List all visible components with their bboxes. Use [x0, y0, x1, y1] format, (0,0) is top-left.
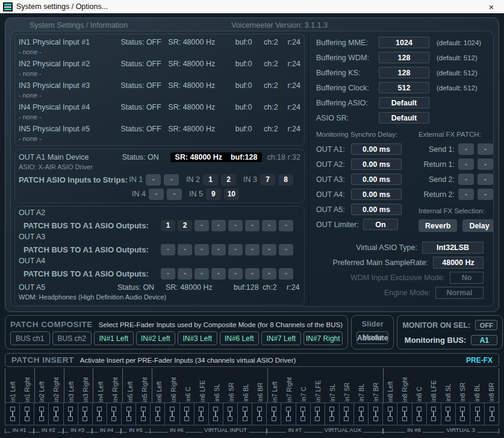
composite-source-button[interactable]: IN#7 Right — [303, 331, 343, 345]
patch-channel-button[interactable]: - — [149, 189, 164, 200]
patch-channel-button[interactable]: - — [194, 244, 209, 255]
insert-toggle[interactable] — [339, 402, 354, 425]
patch-channel-button[interactable]: - — [194, 220, 209, 231]
patch-channel-button[interactable]: - — [245, 244, 260, 255]
asio-option-value[interactable]: Int32LSB — [422, 242, 484, 254]
insert-toggle[interactable] — [48, 402, 63, 425]
composite-source-button[interactable]: BUS ch2 — [52, 331, 92, 345]
patch-channel-button[interactable]: - — [161, 244, 175, 255]
insert-toggle[interactable] — [135, 402, 151, 425]
insert-toggle[interactable] — [107, 402, 122, 425]
pre-fx-button[interactable]: PRE-FX — [466, 356, 493, 364]
insert-toggle[interactable] — [310, 402, 325, 425]
insert-toggle[interactable] — [484, 402, 499, 425]
composite-source-button[interactable]: IN#6 Left — [220, 331, 260, 345]
insert-toggle[interactable] — [470, 402, 485, 425]
insert-toggle[interactable] — [266, 402, 281, 425]
patch-channel-button[interactable]: - — [161, 268, 175, 280]
delay-value[interactable]: 0.00 ms — [351, 174, 402, 185]
patch-channel-button[interactable]: - — [164, 174, 179, 186]
patch-channel-button[interactable]: - — [167, 189, 182, 200]
patch-channel-button[interactable]: - — [262, 268, 276, 280]
buffering-value[interactable]: Default — [379, 112, 429, 124]
patch-channel-button[interactable]: 9 — [206, 189, 221, 200]
patch-channel-button[interactable]: - — [178, 268, 192, 280]
patch-channel-button[interactable]: - — [279, 220, 293, 231]
insert-toggle[interactable] — [296, 402, 311, 425]
patch-channel-button[interactable]: - — [228, 268, 243, 280]
buffering-value[interactable]: Default — [379, 97, 429, 108]
insert-toggle[interactable] — [63, 402, 78, 425]
patch-channel-button[interactable]: 8 — [278, 174, 293, 186]
insert-toggle[interactable] — [208, 402, 223, 425]
monitoring-bus-button[interactable]: A1 — [471, 335, 497, 345]
insert-toggle[interactable] — [397, 402, 412, 425]
patch-channel-button[interactable]: - — [478, 189, 493, 200]
insert-toggle[interactable] — [426, 402, 441, 425]
patch-channel-button[interactable]: 2 — [178, 220, 192, 231]
patch-channel-button[interactable]: 10 — [224, 189, 239, 200]
delay-value[interactable]: 0.00 ms — [351, 204, 402, 215]
buffering-value[interactable]: 128 — [379, 67, 429, 78]
patch-channel-button[interactable]: - — [458, 174, 474, 185]
insert-toggle[interactable] — [194, 402, 209, 425]
insert-toggle[interactable] — [5, 402, 20, 425]
insert-toggle[interactable] — [92, 402, 107, 425]
patch-channel-button[interactable]: - — [228, 244, 243, 255]
patch-channel-button[interactable]: - — [458, 158, 474, 170]
insert-toggle[interactable] — [412, 402, 427, 425]
buffering-value[interactable]: 512 — [379, 82, 429, 93]
composite-source-button[interactable]: IN#2 Left — [136, 331, 176, 345]
insert-toggle[interactable] — [237, 402, 252, 425]
insert-toggle[interactable] — [19, 402, 34, 425]
delay-button[interactable]: Delay — [462, 219, 494, 232]
patch-channel-button[interactable]: - — [211, 268, 226, 280]
patch-channel-button[interactable]: - — [279, 244, 293, 255]
close-icon[interactable]: × — [479, 0, 504, 13]
patch-channel-button[interactable]: 1 — [161, 220, 175, 231]
monitor-on-sel-button[interactable]: OFF — [475, 320, 497, 330]
insert-toggle[interactable] — [121, 402, 136, 425]
insert-toggle[interactable] — [78, 402, 93, 425]
patch-channel-button[interactable]: 1 — [203, 174, 218, 186]
composite-source-button[interactable]: BUS ch1 — [10, 331, 50, 345]
composite-source-button[interactable]: IN#1 Left — [94, 331, 134, 345]
insert-toggle[interactable] — [325, 402, 340, 425]
insert-toggle[interactable] — [34, 402, 49, 425]
patch-channel-button[interactable]: - — [458, 189, 474, 200]
patch-channel-button[interactable]: - — [262, 244, 276, 255]
insert-toggle[interactable] — [382, 402, 397, 425]
insert-toggle[interactable] — [353, 402, 369, 425]
patch-channel-button[interactable]: - — [478, 158, 493, 170]
insert-toggle[interactable] — [441, 402, 456, 425]
out-limiter-value[interactable]: On — [363, 219, 398, 230]
patch-channel-button[interactable]: - — [146, 174, 161, 186]
patch-channel-button[interactable]: - — [262, 220, 276, 231]
insert-toggle[interactable] — [223, 402, 238, 425]
patch-channel-button[interactable]: - — [211, 244, 226, 255]
patch-channel-button[interactable]: 2 — [221, 174, 236, 186]
composite-source-button[interactable]: IN#7 Left — [261, 331, 301, 345]
insert-toggle[interactable] — [455, 402, 470, 425]
patch-channel-button[interactable]: - — [458, 143, 474, 155]
delay-value[interactable]: 0.00 ms — [351, 189, 402, 200]
patch-channel-button[interactable]: - — [194, 268, 209, 280]
composite-source-button[interactable]: IN#3 Left — [178, 331, 217, 345]
insert-toggle[interactable] — [252, 402, 267, 425]
buffering-value[interactable]: 128 — [379, 52, 429, 63]
delay-value[interactable]: 0.00 ms — [351, 158, 402, 170]
patch-channel-button[interactable]: - — [279, 268, 293, 280]
buffering-value[interactable]: 1024 — [379, 37, 429, 48]
patch-channel-button[interactable]: - — [245, 220, 260, 231]
reverb-button[interactable]: Reverb — [418, 219, 457, 232]
patch-channel-button[interactable]: - — [245, 268, 260, 280]
insert-toggle[interactable] — [368, 402, 383, 425]
insert-toggle[interactable] — [179, 402, 194, 425]
insert-toggle[interactable] — [164, 402, 179, 425]
insert-toggle[interactable] — [281, 402, 296, 425]
patch-channel-button[interactable]: - — [478, 174, 493, 185]
insert-toggle[interactable] — [150, 402, 165, 425]
patch-channel-button[interactable]: - — [178, 244, 192, 255]
patch-channel-button[interactable]: - — [211, 220, 226, 231]
delay-value[interactable]: 0.00 ms — [351, 143, 402, 155]
